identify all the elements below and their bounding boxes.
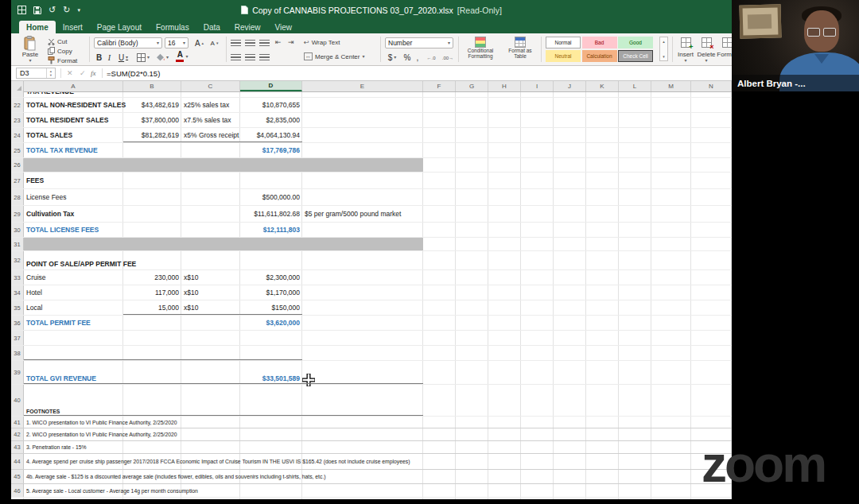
row-header-40[interactable]: 40 bbox=[11, 385, 24, 416]
cell-c22[interactable]: x25% sales tax bbox=[181, 98, 240, 112]
row-header-43[interactable]: 43 bbox=[11, 441, 24, 453]
align-center-button[interactable] bbox=[245, 37, 255, 49]
style-chip-calculation[interactable]: Calculation bbox=[582, 50, 617, 62]
cell-c35[interactable]: x$10 bbox=[181, 300, 240, 315]
cell-e29[interactable]: $5 per gram/5000 pound market bbox=[302, 206, 423, 222]
align-right-button[interactable] bbox=[259, 37, 270, 49]
gallery-scroll-up-icon[interactable]: ▴ bbox=[663, 39, 665, 44]
font-name-select[interactable]: Calibri (Body) ▾ bbox=[94, 37, 162, 48]
row-header-44[interactable]: 44 bbox=[11, 454, 24, 469]
increase-indent-button[interactable]: ⇥ bbox=[288, 36, 294, 48]
column-header-h[interactable]: H bbox=[488, 81, 521, 91]
align-left-button[interactable] bbox=[231, 37, 241, 49]
align-bottom-button[interactable] bbox=[231, 51, 241, 64]
row-header-36[interactable]: 36 bbox=[11, 316, 24, 330]
bold-button[interactable]: B bbox=[94, 51, 104, 64]
cell-a33[interactable]: Cruise bbox=[24, 270, 123, 285]
cell-a21[interactable]: TAX REVENUE bbox=[24, 92, 123, 98]
video-thumbnail[interactable]: Albert Bryan -... bbox=[732, 0, 859, 91]
column-header-a[interactable]: A bbox=[24, 81, 123, 91]
currency-button[interactable]: $▾ bbox=[385, 51, 399, 64]
row-header-37[interactable]: 37 bbox=[11, 331, 24, 345]
insert-function-button[interactable]: fx bbox=[91, 68, 96, 79]
enter-button[interactable]: ✓ bbox=[80, 68, 86, 79]
column-header-k[interactable]: K bbox=[586, 81, 619, 91]
grow-font-button[interactable]: A▴ bbox=[192, 37, 206, 49]
row-header-24[interactable]: 24 bbox=[11, 128, 24, 142]
font-size-select[interactable]: 16 ▾ bbox=[165, 37, 189, 48]
italic-button[interactable]: I bbox=[105, 51, 114, 64]
fill-color-button[interactable]: ▾ bbox=[154, 51, 171, 64]
row-header-33[interactable]: 33 bbox=[11, 270, 24, 285]
row-header-34[interactable]: 34 bbox=[11, 285, 24, 300]
decrease-decimal-button[interactable]: ←.0 bbox=[424, 52, 438, 64]
cell-a23[interactable]: TOTAL RESIDENT SALES bbox=[24, 113, 123, 127]
comma-button[interactable]: , bbox=[414, 51, 422, 64]
cell-a36[interactable]: TOTAL PERMIT FEE bbox=[24, 316, 123, 330]
align-middle-button[interactable] bbox=[245, 51, 255, 64]
cell-b22[interactable]: $43,482,619 bbox=[123, 98, 181, 112]
tab-insert[interactable]: Insert bbox=[56, 21, 90, 33]
tab-home[interactable]: Home bbox=[19, 21, 56, 33]
row-header-39[interactable]: 39 bbox=[11, 361, 24, 384]
cell-a45[interactable]: 4b. Average sale - $125 is a discounted … bbox=[24, 470, 123, 483]
cell-c33[interactable]: x$10 bbox=[181, 270, 240, 285]
style-chip-neutral[interactable]: Neutral bbox=[546, 50, 581, 62]
row-header-41[interactable]: 41 bbox=[11, 417, 24, 428]
cell-c34[interactable]: x$10 bbox=[181, 285, 240, 300]
tab-review[interactable]: Review bbox=[227, 21, 268, 33]
column-header-m[interactable]: M bbox=[651, 81, 691, 91]
row-header-32[interactable]: 32 bbox=[11, 251, 24, 269]
cell-b33[interactable]: 230,000 bbox=[123, 270, 181, 285]
row-header-38[interactable]: 38 bbox=[11, 346, 24, 360]
cell-d35[interactable]: $150,000 bbox=[240, 300, 302, 315]
increase-decimal-button[interactable]: .00→ bbox=[440, 52, 456, 64]
column-header-i[interactable]: I bbox=[521, 81, 554, 91]
tab-view[interactable]: View bbox=[268, 21, 300, 33]
cell-d28[interactable]: $500,000.00 bbox=[240, 189, 302, 205]
row-header-46[interactable]: 46 bbox=[11, 484, 24, 497]
cell-a22[interactable]: TOTAL NON-RESIDENT SALES bbox=[24, 98, 123, 112]
style-chip-check-cell[interactable]: Check Cell bbox=[618, 50, 653, 62]
row-header-35[interactable]: 35 bbox=[11, 300, 24, 315]
cut-button[interactable]: Cut bbox=[48, 37, 67, 45]
cell-d25[interactable]: $17,769,786 bbox=[240, 143, 302, 157]
merge-center-button[interactable]: ↔ Merge & Center ▾ bbox=[304, 52, 364, 60]
shrink-font-button[interactable]: A▾ bbox=[208, 37, 221, 49]
copy-button[interactable]: Copy bbox=[48, 47, 72, 55]
tab-page-layout[interactable]: Page Layout bbox=[90, 21, 149, 33]
column-header-l[interactable]: L bbox=[619, 81, 651, 91]
cell-d33[interactable]: $2,300,000 bbox=[240, 270, 302, 285]
column-header-f[interactable]: F bbox=[423, 81, 456, 91]
column-header-n[interactable]: N bbox=[691, 81, 732, 91]
cell-a39[interactable]: TOTAL GVI REVENUE bbox=[24, 361, 123, 384]
cell-a24[interactable]: TOTAL SALES bbox=[24, 128, 123, 142]
cell-a46[interactable]: 5. Average sale - Local customer - Avera… bbox=[24, 484, 123, 497]
cell-b24[interactable]: $81,282,619 bbox=[123, 128, 181, 142]
cell-a30[interactable]: TOTAL LICENSE FEES bbox=[24, 223, 123, 237]
cell-a28[interactable]: License Fees bbox=[24, 189, 123, 205]
paste-button[interactable]: Paste ▾ bbox=[16, 36, 45, 63]
cell-a29[interactable]: Cultivation Tax bbox=[24, 206, 123, 222]
cell-b34[interactable]: 117,000 bbox=[123, 285, 181, 300]
wrap-text-button[interactable]: ↩ Wrap Text bbox=[304, 38, 340, 46]
style-chip-bad[interactable]: Bad bbox=[582, 37, 617, 48]
tab-formulas[interactable]: Formulas bbox=[149, 21, 196, 33]
style-chip-normal[interactable]: Normal bbox=[546, 37, 581, 48]
tab-data[interactable]: Data bbox=[196, 21, 227, 33]
percent-button[interactable]: % bbox=[402, 51, 412, 64]
row-header-42[interactable]: 42 bbox=[11, 428, 24, 440]
cell-d34[interactable]: $1,170,000 bbox=[240, 285, 302, 300]
row-header-21[interactable] bbox=[11, 92, 24, 97]
row-header-25[interactable]: 25 bbox=[11, 143, 24, 157]
style-chip-good[interactable]: Good bbox=[618, 37, 653, 48]
row-header-22[interactable]: 22 bbox=[11, 98, 24, 112]
cell-d36[interactable]: $3,620,000 bbox=[240, 316, 302, 330]
cell-a35[interactable]: Local bbox=[24, 300, 123, 315]
row-header-28[interactable]: 28 bbox=[11, 189, 24, 205]
cell-a44[interactable]: 4. Average spend per cruise ship passeng… bbox=[24, 454, 123, 469]
gallery-scroll-down-icon[interactable]: ▾ bbox=[663, 54, 665, 59]
row-header-23[interactable]: 23 bbox=[11, 113, 24, 127]
row-header-29[interactable]: 29 bbox=[11, 206, 24, 222]
cell-d23[interactable]: $2,835,000 bbox=[240, 113, 302, 127]
